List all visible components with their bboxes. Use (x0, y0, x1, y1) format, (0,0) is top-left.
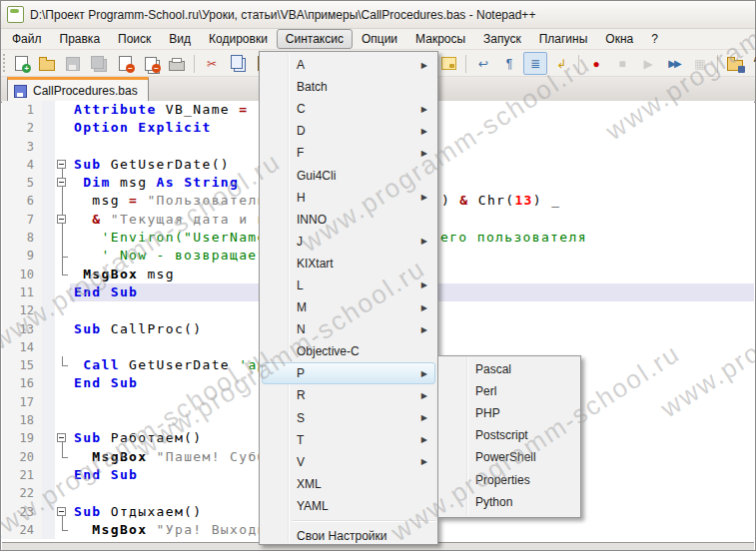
syntax-menu-item-c[interactable]: C▶ (262, 98, 435, 120)
save-file-icon[interactable] (61, 52, 85, 75)
submenu-item-perl[interactable]: Perl (440, 380, 578, 402)
syntax-menu-item-m[interactable]: M▶ (262, 296, 435, 318)
submenu-item-php[interactable]: PHP (440, 402, 578, 424)
syntax-menu-item-inno[interactable]: INNO (262, 209, 435, 231)
new-file-icon[interactable]: + (9, 52, 33, 75)
bookmark-margin[interactable] (42, 101, 55, 119)
save-macro-icon[interactable]: ▦ (688, 52, 712, 75)
bookmark-margin[interactable] (42, 211, 55, 229)
show-all-characters-icon[interactable]: ¶ (497, 52, 521, 75)
stop-macro-icon[interactable]: ■ (610, 52, 634, 75)
syntax-menu-item-j[interactable]: J▶ (262, 231, 435, 253)
syntax-menu-item-d[interactable]: D▶ (262, 120, 435, 142)
menubar-item-правка[interactable]: Правка (51, 29, 110, 49)
cut-icon[interactable]: ✂ (200, 52, 224, 75)
syntax-menu-item-s[interactable]: S▶ (262, 407, 435, 429)
indent-guide-icon[interactable]: ≣ (523, 52, 547, 75)
fold-margin[interactable] (55, 411, 70, 429)
menubar-item-макросы[interactable]: Макросы (406, 29, 474, 49)
submenu-item-pascal[interactable]: Pascal (440, 358, 578, 380)
syntax-menu-item-h[interactable]: H▶ (262, 187, 435, 209)
fold-margin[interactable] (55, 356, 70, 374)
bookmark-margin[interactable] (42, 229, 55, 247)
fold-margin[interactable] (55, 192, 70, 210)
open-file-icon[interactable] (35, 52, 59, 75)
wrap-symbol-icon[interactable]: ↲ (549, 52, 573, 75)
bookmark-margin[interactable] (42, 138, 55, 156)
syntax-menu-item-a[interactable]: A▶ (262, 54, 435, 76)
fold-margin[interactable] (55, 247, 70, 265)
menubar-item-синтаксис[interactable]: Синтаксис (277, 29, 353, 49)
menubar-item-файл[interactable]: Файл (3, 29, 51, 49)
fold-collapse-icon[interactable] (57, 178, 66, 187)
bookmark-margin[interactable] (42, 521, 55, 539)
print-icon[interactable] (165, 52, 189, 75)
syntax-menu-item-p[interactable]: P▶ (262, 362, 435, 384)
run-macro-multiple-icon[interactable]: ▶▶ (662, 52, 686, 75)
bookmark-margin[interactable] (42, 174, 55, 192)
fold-margin[interactable] (55, 521, 70, 539)
bookmark-margin[interactable] (42, 429, 55, 447)
syntax-menu-item-f[interactable]: F▶ (262, 142, 435, 164)
bookmark-margin[interactable] (42, 411, 55, 429)
fold-margin[interactable] (55, 229, 70, 247)
fold-margin[interactable] (55, 138, 70, 156)
syntax-menu-item-gui4cli[interactable]: Gui4Cli (262, 164, 435, 186)
submenu-item-postscript[interactable]: Postscript (440, 424, 578, 446)
bookmark-margin[interactable] (42, 301, 55, 319)
bookmark-margin[interactable] (42, 503, 55, 521)
fold-margin[interactable] (55, 156, 70, 174)
syntax-menu-item-objective-c[interactable]: Objective-C (262, 340, 435, 362)
fold-margin[interactable] (55, 393, 70, 411)
bookmark-margin[interactable] (42, 156, 55, 174)
syntax-menu-item-yaml[interactable]: YAML (262, 495, 435, 517)
fold-margin[interactable] (55, 101, 70, 119)
fold-margin[interactable] (55, 466, 70, 484)
bookmark-margin[interactable] (42, 283, 55, 301)
tab-callprocedures[interactable]: CallProcedures.bas (7, 77, 149, 102)
syntax-menu-item-n[interactable]: N▶ (262, 318, 435, 340)
bookmark-margin[interactable] (42, 119, 55, 137)
syntax-menu-item-xml[interactable]: XML (262, 473, 435, 495)
bookmark-margin[interactable] (42, 266, 55, 283)
spell-check-icon[interactable]: ABC✔ (749, 52, 756, 75)
syntax-menu-item-kixtart[interactable]: KIXtart (262, 253, 435, 275)
fold-margin[interactable] (55, 283, 70, 301)
submenu-item-python[interactable]: Python (440, 491, 578, 513)
fold-margin[interactable] (55, 374, 70, 392)
save-all-icon[interactable] (87, 52, 111, 75)
bookmark-margin[interactable] (42, 466, 55, 484)
menubar-item-запуск[interactable]: Запуск (474, 29, 530, 49)
record-macro-icon[interactable]: ● (584, 52, 608, 75)
fold-margin[interactable] (55, 119, 70, 137)
menubar-item-вид[interactable]: Вид (160, 29, 200, 49)
menubar-item-поиск[interactable]: Поиск (109, 29, 160, 49)
fullscreen-icon[interactable] (436, 52, 460, 75)
copy-icon[interactable] (226, 52, 250, 75)
menubar-item-опции[interactable]: Опции (353, 29, 406, 49)
menubar-item-окна[interactable]: Окна (596, 29, 642, 49)
word-wrap-icon[interactable]: ↩ (471, 52, 495, 75)
bookmark-margin[interactable] (42, 374, 55, 392)
syntax-menu-item-t[interactable]: T▶ (262, 429, 435, 451)
menubar-item-?[interactable]: ? (642, 29, 667, 49)
plugin-folder-icon[interactable] (723, 52, 747, 75)
submenu-item-powershell[interactable]: PowerShell (440, 446, 578, 468)
fold-collapse-icon[interactable] (57, 507, 66, 516)
fold-collapse-icon[interactable] (57, 433, 66, 442)
fold-margin[interactable] (55, 338, 70, 356)
syntax-menu-item-v[interactable]: V▶ (262, 451, 435, 473)
fold-collapse-icon[interactable] (57, 215, 66, 224)
bookmark-margin[interactable] (42, 320, 55, 338)
fold-margin[interactable] (55, 484, 70, 502)
fold-margin[interactable] (55, 429, 70, 447)
submenu-item-properties[interactable]: Properties (440, 468, 578, 490)
bookmark-margin[interactable] (42, 393, 55, 411)
fold-margin[interactable] (55, 211, 70, 229)
fold-margin[interactable] (55, 448, 70, 466)
bookmark-margin[interactable] (42, 356, 55, 374)
bookmark-margin[interactable] (42, 448, 55, 466)
menubar-item-кодировки[interactable]: Кодировки (200, 29, 277, 49)
syntax-menu-item-l[interactable]: L▶ (262, 275, 435, 296)
fold-margin[interactable] (55, 320, 70, 338)
